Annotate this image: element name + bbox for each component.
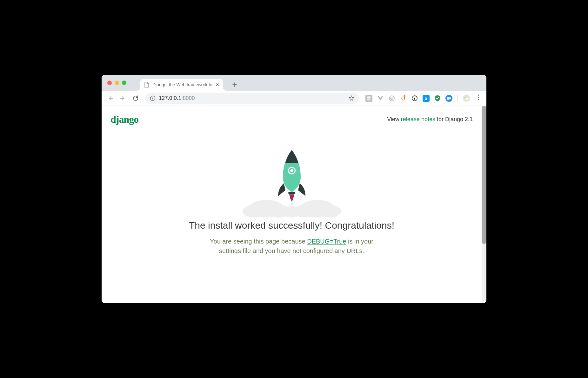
camera-icon — [447, 97, 451, 100]
vertical-dots-icon — [478, 94, 479, 100]
extension-target-icon[interactable] — [388, 95, 395, 102]
debug-link[interactable]: DEBUG=True — [307, 238, 346, 245]
rocket-illustration — [102, 145, 482, 218]
svg-point-19 — [478, 99, 479, 100]
page-content: django View release notes for Django 2.1 — [102, 106, 482, 303]
arrow-left-icon — [107, 95, 113, 101]
sub-prefix: You are seeing this page because — [210, 238, 307, 245]
profile-avatar[interactable] — [463, 95, 470, 102]
url-host: 127.0.0.1 — [159, 95, 181, 101]
release-notes-text: View release notes for Django 2.1 — [387, 116, 473, 123]
extension-react-icon[interactable] — [365, 95, 372, 102]
hook-icon — [400, 95, 406, 101]
svg-point-18 — [478, 97, 479, 98]
window-controls — [107, 81, 126, 85]
svg-point-9 — [391, 98, 392, 99]
page-subtext: You are seeing this page because DEBUG=T… — [203, 237, 381, 256]
browser-menu-button[interactable] — [474, 94, 483, 102]
svg-point-21 — [243, 205, 265, 218]
scrollbar[interactable] — [482, 106, 486, 303]
extension-shield-icon[interactable] — [434, 95, 441, 102]
back-button[interactable] — [105, 93, 116, 104]
svg-point-12 — [414, 96, 415, 97]
tab-title: Django: the Web framework fo — [152, 82, 212, 87]
browser-tab[interactable]: Django: the Web framework fo × — [140, 79, 223, 91]
window-close-button[interactable] — [107, 81, 112, 85]
atom-icon — [366, 95, 372, 101]
svg-rect-14 — [447, 97, 450, 100]
extension-zoom-icon[interactable] — [445, 95, 452, 102]
django-header: django View release notes for Django 2.1 — [102, 106, 482, 129]
svg-rect-13 — [414, 98, 415, 100]
new-tab-button[interactable] — [230, 80, 239, 89]
svg-point-3 — [368, 98, 369, 99]
svg-rect-30 — [288, 192, 295, 194]
release-prefix: View — [387, 116, 401, 122]
extension-info-icon[interactable] — [411, 95, 418, 102]
svg-point-1 — [152, 97, 153, 97]
site-info-icon[interactable] — [150, 95, 156, 101]
content-wrap: django View release notes for Django 2.1 — [102, 106, 486, 303]
release-notes-link[interactable]: release notes — [401, 116, 435, 122]
address-bar[interactable]: 127.0.0.1:8000 — [145, 93, 359, 104]
svg-point-17 — [478, 94, 479, 95]
extensions-area: S — [364, 95, 472, 102]
toolbar: 127.0.0.1:8000 S — [102, 91, 486, 106]
django-logo: django — [110, 114, 138, 125]
info-circle-icon — [411, 95, 418, 101]
svg-point-16 — [465, 98, 469, 100]
tab-bar: Django: the Web framework fo × — [102, 75, 486, 91]
browser-window: Django: the Web framework fo × 127.0.0.1… — [102, 75, 486, 303]
url-text: 127.0.0.1:8000 — [159, 95, 345, 101]
target-icon — [389, 95, 395, 101]
extension-hook-icon[interactable] — [400, 95, 407, 102]
vue-icon — [377, 95, 384, 101]
page-icon — [144, 82, 149, 88]
svg-point-25 — [319, 205, 341, 218]
window-minimize-button[interactable] — [115, 81, 119, 85]
toolbar-divider — [458, 95, 458, 102]
arrow-right-icon — [120, 95, 126, 101]
bookmark-star-icon[interactable] — [348, 95, 355, 101]
reload-button[interactable] — [130, 93, 141, 104]
django-main: The install worked successfully! Congrat… — [102, 129, 482, 256]
url-port: :8000 — [181, 95, 195, 101]
shield-check-icon — [434, 95, 441, 102]
release-suffix: for Django 2.1 — [435, 116, 473, 122]
page-headline: The install worked successfully! Congrat… — [102, 220, 482, 231]
window-maximize-button[interactable] — [122, 81, 126, 85]
forward-button[interactable] — [117, 93, 128, 104]
plus-icon — [232, 82, 237, 87]
weather-icon — [464, 96, 469, 100]
extension-skype-icon[interactable]: S — [423, 95, 430, 102]
tab-close-button[interactable]: × — [216, 82, 219, 88]
extension-vue-icon[interactable] — [377, 95, 384, 102]
svg-rect-2 — [152, 98, 153, 99]
scrollbar-thumb[interactable] — [482, 106, 486, 244]
reload-icon — [132, 95, 139, 101]
